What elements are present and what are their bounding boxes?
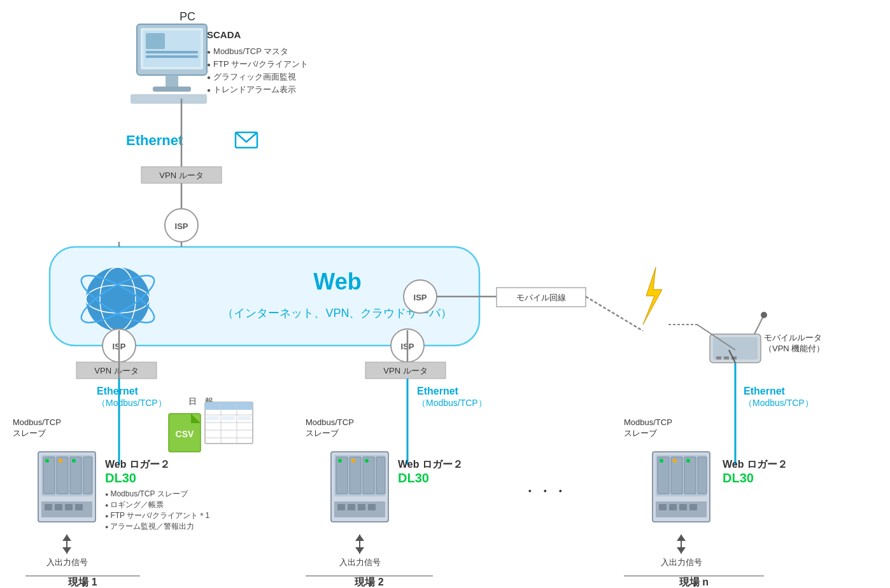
ethernet-mid-sub: （Modbus/TCP）: [417, 398, 487, 408]
svg-rect-121: [689, 504, 697, 510]
vpn-router2-label: VPN ルータ: [94, 366, 138, 375]
svg-rect-35: [713, 337, 758, 360]
svg-rect-111: [671, 457, 682, 494]
svg-point-95: [365, 459, 369, 463]
svg-rect-97: [337, 504, 345, 510]
isp1-label: ISP: [175, 221, 188, 231]
svg-point-93: [338, 459, 342, 463]
ethernet-left-label: Ethernet: [97, 386, 139, 396]
svg-rect-58: [75, 504, 83, 510]
svg-text:●アラーム監視／警報出力: ●アラーム監視／警報出力: [105, 522, 194, 531]
svg-point-114: [660, 459, 663, 463]
ethernet-right-label: Ethernet: [744, 386, 786, 396]
svg-point-115: [673, 459, 677, 463]
web-title: Web: [313, 269, 361, 295]
weblogger3-label: Web ロガー２: [723, 459, 788, 470]
svg-point-52: [59, 459, 62, 463]
svg-text:●FTP サーバ/クライアント: ●FTP サーバ/クライアント: [207, 59, 308, 69]
svg-rect-110: [658, 457, 669, 494]
svg-rect-120: [679, 504, 687, 510]
svg-text:●トレンドアラーム表示: ●トレンドアラーム表示: [207, 85, 296, 94]
svg-rect-91: [363, 457, 374, 494]
weblogger2-label: Web ロガー２: [398, 459, 463, 470]
pc-label: PC: [180, 10, 195, 23]
svg-text:●ロギング／帳票: ●ロギング／帳票: [105, 500, 164, 509]
svg-rect-99: [358, 504, 365, 510]
svg-rect-100: [368, 504, 376, 510]
modbus-slave3-sub: スレーブ: [624, 428, 658, 438]
svg-point-116: [686, 459, 690, 463]
svg-text:●Modbus/TCP スレーブ: ●Modbus/TCP スレーブ: [105, 489, 188, 498]
svg-text:●Modbus/TCP マスタ: ●Modbus/TCP マスタ: [207, 46, 288, 56]
svg-point-51: [45, 459, 49, 463]
ethernet-left-sub: （Modbus/TCP）: [97, 398, 167, 408]
io-signal2-label: 入出力信号: [339, 557, 381, 567]
svg-rect-92: [376, 457, 385, 494]
site1-label: 現場 1: [67, 577, 97, 587]
svg-rect-8: [153, 87, 191, 92]
svg-rect-113: [698, 457, 707, 494]
site2-label: 現場 2: [354, 577, 383, 587]
dots-label: ・・・: [522, 482, 568, 500]
mobile-router-sub: （VPN 機能付）: [764, 344, 824, 353]
svg-rect-6: [146, 55, 198, 58]
svg-rect-90: [350, 457, 361, 494]
svg-point-94: [351, 459, 355, 463]
svg-rect-39: [724, 356, 729, 360]
mobile-router-label: モバイルルータ: [764, 333, 822, 342]
svg-rect-98: [348, 504, 355, 510]
svg-rect-75: [206, 416, 219, 420]
svg-point-37: [761, 312, 767, 318]
svg-rect-50: [83, 457, 92, 494]
vpn-router3-label: VPN ルータ: [383, 366, 427, 375]
svg-rect-56: [55, 504, 62, 510]
svg-text:●FTP サーバ/クライアント＊1: ●FTP サーバ/クライアント＊1: [105, 511, 210, 520]
io-signal3-label: 入出力信号: [661, 557, 702, 567]
dl30-2-label: DL30: [398, 471, 429, 485]
modbus-slave3-label: Modbus/TCP: [624, 417, 672, 427]
svg-rect-118: [659, 504, 667, 510]
svg-rect-119: [669, 504, 677, 510]
modbus-slave1-label: Modbus/TCP: [13, 417, 61, 427]
isp3-label: ISP: [414, 293, 427, 302]
svg-rect-5: [146, 51, 198, 53]
svg-point-53: [72, 459, 76, 463]
svg-rect-4: [146, 33, 165, 49]
io-signal1-label: 入出力信号: [46, 557, 88, 567]
svg-text:CSV: CSV: [176, 429, 194, 439]
svg-rect-38: [716, 356, 721, 360]
ethernet-top-label: Ethernet: [126, 132, 183, 148]
dl30-3-label: DL30: [723, 471, 754, 485]
modbus-slave2-label: Modbus/TCP: [306, 417, 354, 427]
svg-rect-76: [222, 416, 235, 420]
mobile-line-label: モバイル回線: [516, 293, 566, 302]
ethernet-mid-label: Ethernet: [417, 386, 459, 396]
svg-text:●グラフィック画面監視: ●グラフィック画面監視: [207, 72, 296, 81]
scada-label: SCADA: [207, 29, 241, 40]
modbus-slave1-sub: スレーブ: [13, 428, 46, 438]
svg-rect-112: [684, 457, 696, 494]
modbus-slave2-sub: スレーブ: [306, 428, 339, 438]
ethernet-right-sub: （Modbus/TCP）: [744, 398, 814, 408]
svg-rect-55: [45, 504, 52, 510]
svg-rect-47: [43, 457, 55, 494]
vpn-router1-label: VPN ルータ: [159, 171, 203, 180]
svg-rect-57: [65, 504, 73, 510]
weblogger1-label: Web ロガー２: [105, 459, 170, 470]
svg-rect-68: [205, 402, 253, 410]
svg-rect-49: [70, 457, 81, 494]
svg-rect-77: [238, 416, 251, 420]
svg-rect-48: [57, 457, 68, 494]
site3-label: 現場 n: [679, 577, 709, 587]
svg-rect-89: [336, 457, 348, 494]
svg-rect-9: [131, 94, 207, 104]
dl30-1-label: DL30: [105, 471, 136, 485]
svg-rect-7: [166, 75, 178, 88]
